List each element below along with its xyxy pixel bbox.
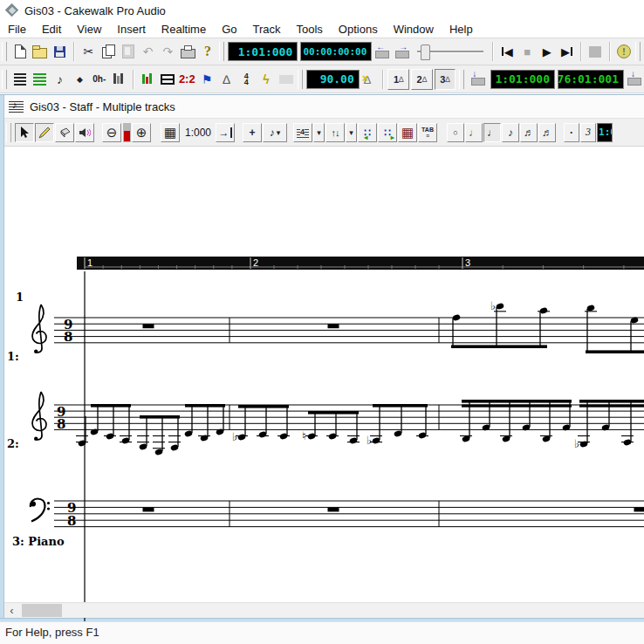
transpose-dropdown[interactable]: ▾ [346, 123, 357, 142]
zoom-slider[interactable] [123, 123, 131, 142]
tempo-view-button[interactable]: ∆ [216, 69, 236, 90]
track-view-button[interactable] [10, 69, 31, 90]
from-display[interactable]: 1:01:000 [490, 70, 555, 89]
whole-note-button[interactable]: ○ [447, 123, 464, 142]
piano-roll-button[interactable] [30, 69, 50, 90]
tempo-ratio-2-button[interactable]: 2∆ [411, 69, 433, 90]
marker-tool-button[interactable]: + [243, 123, 262, 142]
mixer-button[interactable] [138, 69, 158, 90]
position-slider[interactable] [417, 44, 483, 59]
dotted-note-button[interactable]: · [564, 123, 579, 142]
thirtysecond-note-button[interactable]: ♬ [538, 123, 556, 142]
redo-button[interactable]: ↷ [158, 41, 178, 62]
audio-record-button[interactable] [276, 69, 296, 90]
slider-thumb[interactable] [421, 45, 430, 60]
print-button[interactable] [178, 41, 198, 62]
toolbar-grip[interactable] [635, 42, 641, 61]
menu-edit[interactable]: Edit [34, 22, 69, 37]
panic-button[interactable]: ! [614, 41, 634, 62]
tempo-ratio-3-button[interactable]: 3∆ [435, 69, 456, 90]
position-display[interactable]: 1:01:000 [228, 42, 298, 61]
menu-view[interactable]: View [69, 22, 109, 37]
stop-button[interactable]: ■ [517, 41, 538, 62]
layout-button[interactable]: 4 [293, 123, 312, 142]
eighth-note-button[interactable]: ♪ [502, 123, 519, 142]
help-button[interactable]: ? [198, 41, 218, 62]
menu-options[interactable]: Options [331, 22, 386, 37]
half-note-button[interactable]: ♩ [465, 123, 483, 142]
zoom-out-button[interactable]: ⊖ [102, 123, 121, 142]
next-voice-button[interactable]: ∷▸ [378, 123, 397, 142]
title-bar[interactable]: Gis03 - Cakewalk Pro Audio [0, 0, 644, 21]
rewind-to-start-button[interactable]: ← [373, 45, 390, 58]
menu-tools[interactable]: Tools [289, 22, 331, 37]
cut-button[interactable]: ✂ [79, 41, 99, 62]
zoom-in-button[interactable]: ⊕ [132, 123, 151, 142]
fretboard-button[interactable]: ▦ [398, 123, 417, 142]
staff-window-titlebar[interactable]: Gis03 - Staff - Multiple tracks [4, 96, 644, 119]
toolbar-grip[interactable] [219, 42, 224, 61]
open-button[interactable] [31, 41, 51, 62]
triplet-button[interactable]: 3 [580, 123, 596, 142]
menu-help[interactable]: Help [442, 22, 481, 37]
save-button[interactable] [50, 41, 70, 62]
transpose-button[interactable]: ↑↓ [325, 123, 345, 142]
thru-display[interactable]: 76:01:001 [558, 70, 624, 89]
quarter-note-button[interactable]: ♩ [483, 123, 501, 142]
event-list-button[interactable]: 0h- [89, 69, 109, 90]
eighth-note-icon: ♪ [270, 127, 275, 139]
toolbar-grip[interactable] [298, 70, 303, 89]
layout-dropdown[interactable]: ▾ [313, 123, 325, 142]
toolbar-grip[interactable] [2, 42, 7, 61]
scrollbar-thumb[interactable] [22, 604, 62, 617]
snap-to-button[interactable]: → [216, 123, 235, 142]
draw-tool-button[interactable] [35, 123, 54, 142]
menu-insert[interactable]: Insert [109, 22, 154, 37]
new-button[interactable] [10, 41, 31, 62]
markers-button[interactable]: ⚑ [197, 69, 217, 90]
go-to-end-button[interactable]: → [394, 45, 410, 58]
copy-button[interactable] [99, 41, 119, 62]
menu-window[interactable]: Window [386, 22, 442, 37]
tempo-ratio-1-button[interactable]: 1∆ [387, 69, 409, 90]
horizontal-scrollbar[interactable]: ‹ [4, 602, 644, 618]
scrub-tool-button[interactable] [75, 123, 94, 142]
snap-value[interactable]: 1:000 [185, 127, 211, 139]
scroll-left-button[interactable]: ‹ [4, 603, 19, 618]
play-button[interactable]: ▶ [537, 41, 557, 62]
loop-button[interactable]: 2:2 [177, 69, 197, 90]
tempo-insert-button[interactable]: ∆× [360, 69, 380, 90]
erase-tool-button[interactable] [55, 123, 74, 142]
sixteenth-note-button[interactable]: ♬ [520, 123, 538, 142]
set-from-button[interactable]: ↓ [469, 72, 486, 86]
fast-forward-button[interactable]: ▶ [557, 41, 577, 62]
tablature-button[interactable]: TAB≡ [418, 123, 437, 142]
video-view-button[interactable] [157, 69, 177, 90]
note-duration-dropdown[interactable]: ♪▾ [263, 123, 287, 142]
sysx-button[interactable]: ϟ [257, 69, 277, 90]
rewind-button[interactable]: ◀ [497, 41, 517, 62]
tempo-display[interactable]: 90.00 [306, 70, 360, 89]
meter-key-button[interactable]: 44 [236, 69, 257, 90]
snap-to-icon: → [219, 127, 232, 138]
audio-view-button[interactable]: ◆ [70, 69, 90, 90]
console-view-button[interactable] [109, 69, 129, 90]
snap-grid-button[interactable]: ▦ [161, 123, 180, 142]
select-tool-button[interactable] [15, 123, 34, 142]
staff-canvas[interactable]: 1239811:982:983: Piano♭♭♮♭♭ [0, 257, 644, 644]
menu-realtime[interactable]: Realtime [154, 22, 214, 37]
toolbar-grip[interactable] [6, 123, 11, 142]
menu-track[interactable]: Track [244, 22, 288, 37]
menu-go[interactable]: Go [214, 22, 244, 37]
toolbar-grip[interactable] [459, 70, 464, 89]
staff-view-button[interactable]: ♪ [50, 69, 70, 90]
prev-voice-button[interactable]: ◂∷ [358, 123, 377, 142]
undo-button[interactable]: ↶ [138, 41, 158, 62]
paste-button[interactable] [119, 41, 139, 62]
record-button[interactable] [586, 41, 606, 62]
smpte-display[interactable]: 00:00:00:00 [300, 42, 372, 61]
set-thru-button[interactable]: ↓ [626, 72, 642, 86]
time-signature: 8 [67, 513, 76, 529]
menu-file[interactable]: File [0, 22, 34, 37]
toolbar-grip[interactable] [2, 70, 7, 89]
